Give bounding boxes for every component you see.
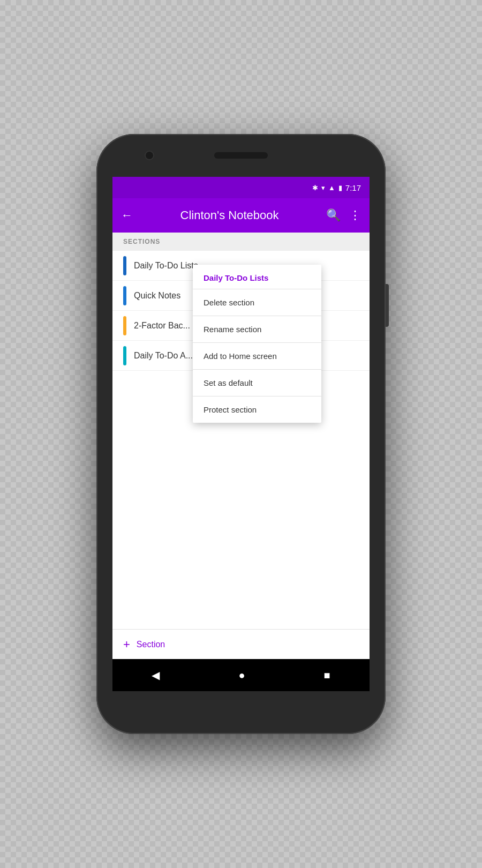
context-menu-title: Daily To-Do Lists (193, 265, 321, 289)
section-color-bar (123, 256, 126, 275)
rename-section-item[interactable]: Rename section (193, 316, 321, 342)
app-bar: ← Clinton's Notebook 🔍 ⋮ (112, 198, 370, 233)
phone-screen: ✱ ▾ ▲ ▮ 7:17 ← Clinton's Notebook 🔍 ⋮ SE… (112, 177, 370, 659)
delete-section-item[interactable]: Delete section (193, 289, 321, 316)
status-icons: ✱ ▾ ▲ ▮ 7:17 (312, 183, 361, 192)
signal-icon: ▲ (328, 184, 335, 192)
section-name: Daily To-Do Lists (134, 261, 198, 271)
phone-bottom-bar (96, 691, 386, 734)
phone-side-button (386, 284, 389, 327)
bluetooth-icon: ✱ (312, 184, 318, 192)
battery-icon: ▮ (338, 184, 342, 192)
section-color-bar (123, 346, 126, 365)
phone-speaker (214, 152, 268, 159)
nav-recent-button[interactable]: ■ (323, 669, 330, 682)
main-content: SECTIONS Daily To-Do Lists Quick Notes 2… (112, 233, 370, 659)
nav-back-button[interactable]: ◀ (152, 669, 160, 682)
context-menu: Daily To-Do Lists Delete section Rename … (193, 265, 321, 423)
nav-home-button[interactable]: ● (238, 669, 245, 682)
section-color-bar (123, 286, 126, 305)
wifi-icon: ▾ (321, 184, 325, 192)
add-section-footer[interactable]: + Section (112, 629, 370, 659)
section-color-bar (123, 316, 126, 335)
section-name: Quick Notes (134, 291, 180, 301)
add-section-label: Section (137, 640, 165, 649)
status-time: 7:17 (345, 183, 361, 192)
phone-camera (145, 151, 154, 160)
section-name: 2-Factor Bac... (134, 321, 190, 331)
phone-device: ✱ ▾ ▲ ▮ 7:17 ← Clinton's Notebook 🔍 ⋮ SE… (96, 134, 386, 734)
sections-header: SECTIONS (112, 233, 370, 251)
more-button[interactable]: ⋮ (349, 208, 361, 222)
back-button[interactable]: ← (121, 208, 133, 222)
add-to-home-item[interactable]: Add to Home screen (193, 343, 321, 369)
set-default-item[interactable]: Set as default (193, 370, 321, 396)
section-name: Daily To-Do A... (134, 351, 193, 361)
status-bar: ✱ ▾ ▲ ▮ 7:17 (112, 177, 370, 198)
add-section-plus-icon: + (123, 638, 130, 652)
app-bar-icons: 🔍 ⋮ (326, 208, 361, 222)
protect-section-item[interactable]: Protect section (193, 396, 321, 423)
nav-bar: ◀ ● ■ (112, 659, 370, 691)
phone-top-bar (96, 134, 386, 177)
search-button[interactable]: 🔍 (326, 208, 341, 222)
app-bar-title: Clinton's Notebook (139, 208, 320, 222)
